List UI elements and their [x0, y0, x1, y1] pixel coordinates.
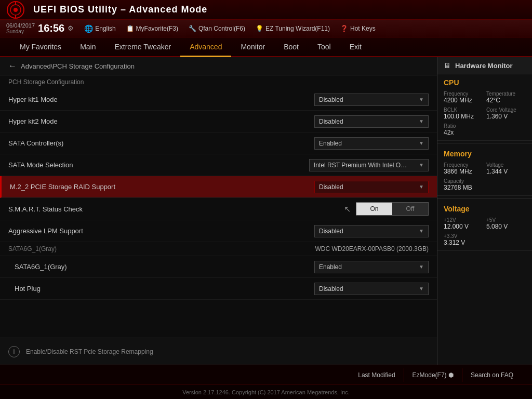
svg-point-2 — [14, 8, 18, 12]
smart-toggle[interactable]: On Off — [356, 202, 429, 216]
v33-label: +3.3V — [444, 233, 526, 239]
v5-label: +5V — [486, 217, 526, 223]
breadcrumb: Advanced\PCH Storage Configuration — [21, 62, 135, 70]
navigation: My Favorites Main Extreme Tweaker Advanc… — [0, 37, 532, 57]
smart-label: S.M.A.R.T. Status Check — [8, 205, 344, 213]
hyper-kit1-value: Disabled — [319, 96, 343, 103]
qfan-label: Qfan Control(F6) — [198, 25, 245, 32]
myfavorite-button[interactable]: 📋 MyFavorite(F3) — [126, 25, 178, 32]
footer: Version 2.17.1246. Copyright (C) 2017 Am… — [0, 384, 532, 399]
monitor-icon: 🖥 — [444, 61, 451, 70]
back-button[interactable]: ← — [8, 61, 17, 71]
v5-item: +5V 5.080 V — [486, 217, 526, 230]
cpu-bclk-value: 100.0 MHz — [444, 113, 483, 120]
sata-controller-label: SATA Controller(s) — [8, 139, 314, 147]
myfavorite-icon: 📋 — [126, 25, 134, 32]
setting-row-lpm: Aggressive LPM Support Disabled ▼ — [0, 220, 437, 242]
sata6g1-dropdown[interactable]: Enabled ▼ — [314, 261, 429, 273]
mem-freq-item: Frequency 3866 MHz — [444, 162, 483, 175]
ez-tuning-button[interactable]: 💡 EZ Tuning Wizard(F11) — [256, 25, 330, 32]
hyper-kit1-label: Hyper kit1 Mode — [8, 96, 314, 103]
breadcrumb-bar: ← Advanced\PCH Storage Configuration — [0, 57, 437, 75]
sata-mode-label: SATA Mode Selection — [8, 161, 309, 169]
setting-row-hot-plug: Hot Plug Disabled ▼ — [0, 278, 437, 300]
time-display: 16:56 — [38, 22, 64, 34]
footer-text: Version 2.17.1246. Copyright (C) 2017 Am… — [182, 389, 350, 395]
hyper-kit2-label: Hyper kit2 Mode — [8, 117, 314, 125]
setting-row-hyper-kit1: Hyper kit1 Mode Disabled ▼ — [0, 89, 437, 111]
hot-plug-label: Hot Plug — [15, 285, 314, 292]
mem-voltage-item: Voltage 1.344 V — [486, 162, 526, 175]
device-label: SATA6G_1(Gray) — [8, 245, 315, 252]
nav-item-exit[interactable]: Exit — [340, 37, 371, 57]
ez-mode-button[interactable]: EzMode(F7) ⬢ — [404, 368, 462, 382]
hw-cpu-title: CPU — [444, 78, 526, 87]
hyper-kit2-value: Disabled — [319, 118, 343, 125]
settings-icon[interactable]: ⚙ — [68, 24, 74, 32]
dropdown-arrow-icon: ▼ — [419, 184, 424, 190]
toggle-on-button[interactable]: On — [356, 203, 392, 215]
lpm-dropdown[interactable]: Disabled ▼ — [314, 225, 429, 237]
sata-mode-dropdown[interactable]: Intel RST Premium With Intel O… ▼ — [309, 159, 429, 171]
sata-mode-value: Intel RST Premium With Intel O… — [314, 162, 407, 169]
app-title: UEFI BIOS Utility – Advanced Mode — [33, 4, 207, 15]
hyper-kit2-dropdown[interactable]: Disabled ▼ — [314, 115, 429, 128]
last-modified-button[interactable]: Last Modified — [350, 368, 403, 382]
language-selector[interactable]: 🌐 English — [84, 24, 115, 33]
cpu-ratio-value: 42x — [444, 129, 526, 136]
dropdown-arrow-icon: ▼ — [419, 162, 424, 168]
cpu-bclk-item: BCLK 100.0 MHz — [444, 107, 483, 120]
nav-item-extreme-tweaker[interactable]: Extreme Tweaker — [105, 37, 180, 57]
nav-item-main[interactable]: Main — [71, 37, 105, 57]
mem-freq-value: 3866 MHz — [444, 168, 483, 175]
cpu-vcore-label: Core Voltage — [486, 107, 526, 113]
mem-voltage-value: 1.344 V — [486, 168, 526, 175]
nav-item-advanced[interactable]: Advanced — [180, 37, 231, 57]
nav-item-tool[interactable]: Tool — [308, 37, 340, 57]
dropdown-arrow-icon: ▼ — [419, 97, 424, 102]
dropdown-arrow-icon: ▼ — [419, 286, 424, 291]
v33-value: 3.312 V — [444, 239, 526, 246]
cpu-temp-value: 42°C — [486, 97, 526, 104]
fan-icon: 🔧 — [189, 25, 196, 32]
info-bar: i Enable/Disable RST Pcie Storage Remapp… — [0, 338, 437, 365]
cpu-frequency-label: Frequency — [444, 91, 483, 97]
sata6g1-label: SATA6G_1(Gray) — [15, 263, 314, 271]
hw-monitor-header: 🖥 Hardware Monitor — [437, 57, 532, 74]
lpm-value: Disabled — [319, 228, 343, 235]
dropdown-arrow-icon: ▼ — [419, 228, 424, 234]
search-faq-button[interactable]: Search on FAQ — [462, 368, 522, 382]
globe-icon: 🌐 — [84, 24, 93, 33]
cpu-ratio-label: Ratio — [444, 123, 526, 129]
v5-value: 5.080 V — [486, 223, 526, 230]
nav-item-my-favorites[interactable]: My Favorites — [10, 37, 71, 57]
hw-memory-title: Memory — [444, 150, 526, 158]
setting-row-sata-controller: SATA Controller(s) Enabled ▼ — [0, 132, 437, 154]
settings-area: Hyper kit1 Mode Disabled ▼ Hyper kit2 Mo… — [0, 89, 437, 338]
setting-row-sata6g1: SATA6G_1(Gray) Enabled ▼ — [0, 256, 437, 278]
sata-controller-value: Enabled — [319, 140, 342, 147]
setting-row-m2-raid: M.2_2 PCIE Storage RAID Support Disabled… — [0, 176, 437, 198]
cpu-frequency-value: 4200 MHz — [444, 97, 483, 104]
hotkeys-button[interactable]: ❓ Hot Keys — [340, 25, 376, 32]
nav-item-monitor[interactable]: Monitor — [231, 37, 274, 57]
dropdown-arrow-icon: ▼ — [419, 140, 424, 146]
qfan-button[interactable]: 🔧 Qfan Control(F6) — [189, 25, 245, 32]
nav-item-boot[interactable]: Boot — [274, 37, 308, 57]
v12-label: +12V — [444, 217, 483, 223]
sata-controller-dropdown[interactable]: Enabled ▼ — [314, 137, 429, 150]
m2-raid-dropdown[interactable]: Disabled ▼ — [314, 181, 429, 193]
bottom-bar: Last Modified EzMode(F7) ⬢ Search on FAQ — [0, 365, 532, 384]
toggle-off-button[interactable]: Off — [392, 203, 428, 215]
header: UEFI BIOS Utility – Advanced Mode — [0, 0, 532, 20]
hardware-monitor-sidebar: 🖥 Hardware Monitor CPU Frequency 4200 MH… — [437, 57, 532, 365]
hot-plug-dropdown[interactable]: Disabled ▼ — [314, 283, 429, 295]
hyper-kit1-dropdown[interactable]: Disabled ▼ — [314, 94, 429, 106]
hw-monitor-title: Hardware Monitor — [455, 62, 513, 70]
language-label: English — [95, 25, 115, 32]
hotkeys-label: Hot Keys — [350, 25, 376, 32]
section-title: PCH Storage Configuration — [0, 75, 437, 89]
tuning-icon: 💡 — [256, 25, 263, 32]
mem-voltage-label: Voltage — [486, 162, 526, 168]
myfavorite-label: MyFavorite(F3) — [136, 25, 178, 32]
